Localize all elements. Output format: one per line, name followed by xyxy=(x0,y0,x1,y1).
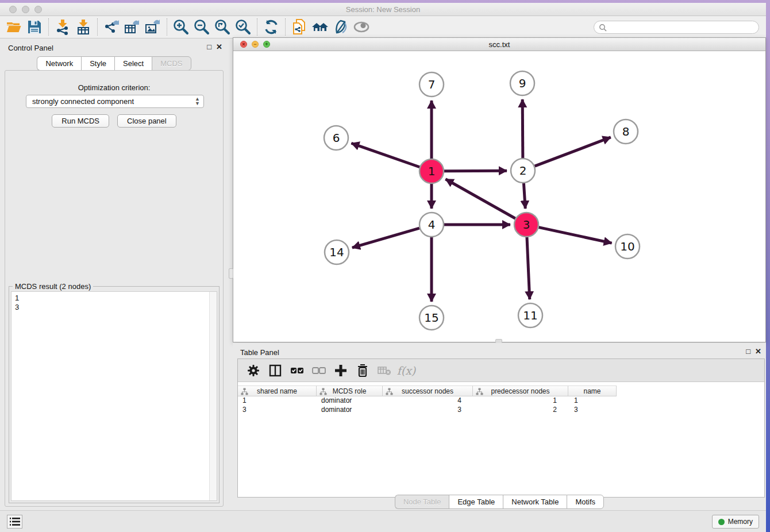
table-panel-close-button[interactable]: ✕ xyxy=(755,347,761,356)
column-header-shared-name[interactable]: shared name xyxy=(238,385,317,396)
result-scrollbar[interactable] xyxy=(209,292,217,500)
zoom-fit-icon[interactable] xyxy=(212,17,233,37)
node-label-2: 2 xyxy=(519,164,527,178)
tab-style[interactable]: Style xyxy=(81,56,114,71)
memory-status-dot xyxy=(718,519,725,525)
node-label-9: 9 xyxy=(519,76,526,90)
result-item: 1 xyxy=(15,294,217,303)
cell-predecessor-nodes: 1 xyxy=(473,396,568,406)
mcds-result-title: MCDS result (2 nodes) xyxy=(13,282,93,291)
edge-1-6[interactable] xyxy=(351,143,419,167)
unselect-all-icon[interactable] xyxy=(309,361,329,380)
table-panel-float-button[interactable]: □ xyxy=(746,347,750,356)
table-row[interactable]: 1 dominator 4 1 1 xyxy=(238,396,764,406)
edge-3-11[interactable] xyxy=(527,237,530,299)
column-header-name[interactable]: name xyxy=(568,385,617,396)
column-header-mcds-role[interactable]: MCDS role xyxy=(317,385,383,396)
tab-motifs[interactable]: Motifs xyxy=(567,495,604,509)
network-view-window: × − + scc.txt 7968124314101511 xyxy=(233,37,766,342)
save-session-icon[interactable] xyxy=(24,17,45,37)
cell-shared-name: 3 xyxy=(238,406,317,415)
hide-details-icon[interactable] xyxy=(330,17,351,37)
edge-1-2[interactable] xyxy=(444,171,507,171)
network-canvas[interactable]: 7968124314101511 xyxy=(233,51,765,342)
import-table-icon[interactable] xyxy=(73,17,94,37)
edge-2-3[interactable] xyxy=(523,183,525,209)
control-panel-close-button[interactable]: ✕ xyxy=(216,43,222,51)
open-session-icon[interactable] xyxy=(3,17,24,37)
import-network-icon[interactable] xyxy=(52,17,73,37)
table-body: 1 dominator 4 1 1 3 dominator 3 2 3 xyxy=(238,396,764,415)
memory-label: Memory xyxy=(728,518,753,526)
export-image-icon[interactable] xyxy=(143,17,163,37)
show-column-panel-icon[interactable] xyxy=(265,361,285,380)
search-box[interactable] xyxy=(594,21,759,34)
table-header-row: shared name MCDS role successor nodes pr… xyxy=(238,385,764,396)
node-label-1: 1 xyxy=(428,164,436,178)
node-label-6: 6 xyxy=(333,131,340,145)
tab-edge-table[interactable]: Edge Table xyxy=(449,495,503,509)
column-type-icon xyxy=(476,388,483,395)
home-icon[interactable] xyxy=(310,17,330,37)
close-panel-button[interactable]: Close panel xyxy=(117,114,176,128)
control-panel: Control Panel □ ✕ Network Style Select M… xyxy=(0,38,228,510)
cell-successor-nodes: 3 xyxy=(383,406,473,415)
cell-mcds-role: dominator xyxy=(317,396,383,406)
edge-2-9[interactable] xyxy=(522,99,523,158)
memory-button[interactable]: Memory xyxy=(712,515,759,529)
create-column-icon[interactable] xyxy=(331,361,351,380)
cell-name: 3 xyxy=(568,406,617,415)
tab-node-table[interactable]: Node Table xyxy=(395,495,449,509)
tab-network[interactable]: Network xyxy=(37,56,81,71)
tab-mcds[interactable]: MCDS xyxy=(152,56,191,71)
tab-network-table[interactable]: Network Table xyxy=(503,495,567,509)
apply-layout-icon[interactable] xyxy=(261,17,282,37)
zoom-selected-icon[interactable] xyxy=(233,17,253,37)
edge-2-8[interactable] xyxy=(535,137,611,166)
cell-shared-name: 1 xyxy=(238,396,317,406)
export-table-icon[interactable] xyxy=(122,17,143,37)
zoom-in-icon[interactable] xyxy=(171,17,191,37)
node-label-3: 3 xyxy=(523,218,530,232)
column-header-successor-nodes[interactable]: successor nodes xyxy=(383,385,473,396)
vertical-splitter-handle[interactable] xyxy=(229,268,233,279)
mcds-panel-body: Optimization criterion: strongly connect… xyxy=(5,70,224,507)
clone-network-icon[interactable] xyxy=(289,17,310,37)
column-type-icon xyxy=(241,388,248,395)
table-settings-gear-icon[interactable] xyxy=(244,361,263,380)
run-mcds-button[interactable]: Run MCDS xyxy=(52,114,109,128)
node-label-14: 14 xyxy=(329,245,344,259)
mcds-result-group: MCDS result (2 nodes) 1 3 xyxy=(9,286,220,503)
select-all-icon[interactable] xyxy=(287,361,307,380)
column-type-icon xyxy=(319,388,327,395)
application-window: Session: New Session xyxy=(0,3,766,532)
table-row[interactable]: 3 dominator 3 2 3 xyxy=(238,406,764,415)
window-title: Session: New Session xyxy=(0,5,766,14)
edge-3-1[interactable] xyxy=(445,179,515,218)
cell-successor-nodes: 4 xyxy=(383,396,473,406)
cell-name: 1 xyxy=(568,396,617,406)
table-toolbar: f(x) xyxy=(238,359,764,382)
delete-column-icon[interactable] xyxy=(353,361,372,380)
control-panel-float-button[interactable]: □ xyxy=(207,43,211,51)
criterion-value: strongly connected component xyxy=(32,97,134,106)
cell-mcds-role: dominator xyxy=(317,406,383,415)
tab-select[interactable]: Select xyxy=(114,56,152,71)
zoom-out-icon[interactable] xyxy=(191,17,212,37)
mcds-result-list[interactable]: 1 3 xyxy=(11,291,217,501)
result-item: 3 xyxy=(15,303,217,312)
criterion-select[interactable]: strongly connected component ▲▼ xyxy=(26,95,204,108)
search-input[interactable] xyxy=(610,24,759,32)
table-panel-title: Table Panel xyxy=(240,348,279,357)
show-eye-icon[interactable] xyxy=(351,17,372,37)
column-header-predecessor-nodes[interactable]: predecessor nodes xyxy=(473,385,568,396)
task-history-button[interactable] xyxy=(7,515,22,529)
export-network-icon[interactable] xyxy=(101,17,122,37)
edge-3-10[interactable] xyxy=(539,228,612,243)
main-toolbar xyxy=(0,16,766,38)
control-panel-tabs: Network Style Select MCDS xyxy=(0,56,228,71)
edge-4-14[interactable] xyxy=(352,228,419,248)
network-window-titlebar: × − + scc.txt xyxy=(233,38,765,51)
node-label-15: 15 xyxy=(424,311,438,325)
node-label-8: 8 xyxy=(622,125,630,138)
